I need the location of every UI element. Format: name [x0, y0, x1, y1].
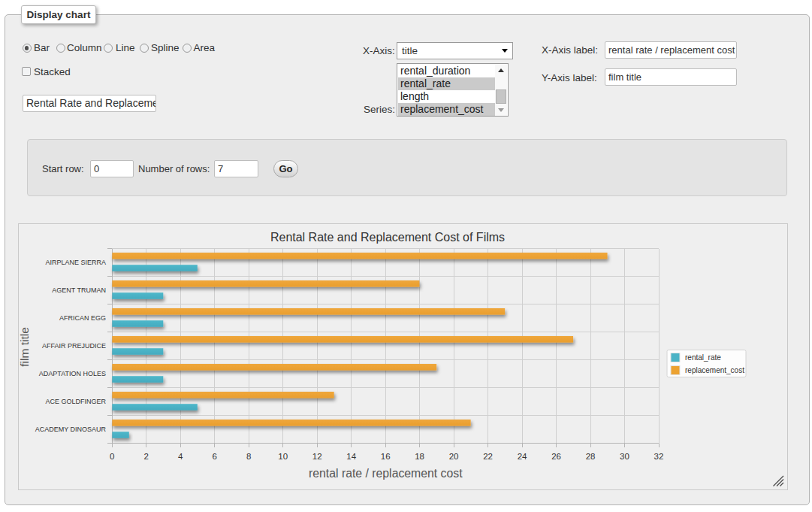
- svg-text:16: 16: [381, 452, 391, 461]
- svg-text:22: 22: [483, 452, 493, 461]
- svg-text:26: 26: [551, 452, 561, 461]
- svg-text:Rental Rate and Replacement Co: Rental Rate and Replacement Cost of Film…: [270, 231, 505, 244]
- svg-text:0: 0: [110, 452, 114, 461]
- svg-text:8: 8: [246, 452, 251, 461]
- svg-text:replacement_cost: replacement_cost: [685, 366, 744, 374]
- svg-text:4: 4: [178, 452, 183, 461]
- svg-text:AFFAIR PREJUDICE: AFFAIR PREJUDICE: [42, 342, 106, 350]
- svg-text:20: 20: [449, 452, 459, 461]
- svg-text:rental_rate: rental_rate: [685, 353, 721, 362]
- svg-text:film title: film title: [18, 327, 31, 367]
- svg-text:30: 30: [620, 452, 629, 461]
- svg-text:10: 10: [278, 452, 288, 461]
- svg-text:24: 24: [518, 452, 527, 461]
- svg-text:14: 14: [346, 452, 356, 461]
- svg-text:32: 32: [654, 452, 664, 461]
- svg-text:12: 12: [312, 452, 322, 461]
- svg-text:ACE GOLDFINGER: ACE GOLDFINGER: [45, 398, 106, 405]
- svg-text:28: 28: [586, 452, 596, 461]
- svg-text:2: 2: [144, 452, 149, 461]
- svg-text:ACADEMY DINOSAUR: ACADEMY DINOSAUR: [35, 426, 107, 433]
- svg-text:AGENT TRUMAN: AGENT TRUMAN: [52, 286, 106, 294]
- svg-text:18: 18: [415, 452, 424, 461]
- svg-text:6: 6: [213, 452, 217, 461]
- svg-text:rental rate / replacement cost: rental rate / replacement cost: [309, 467, 463, 480]
- svg-text:AIRPLANE SIERRA: AIRPLANE SIERRA: [45, 259, 106, 266]
- svg-text:AFRICAN EGG: AFRICAN EGG: [59, 314, 106, 322]
- svg-text:ADAPTATION HOLES: ADAPTATION HOLES: [39, 370, 106, 377]
